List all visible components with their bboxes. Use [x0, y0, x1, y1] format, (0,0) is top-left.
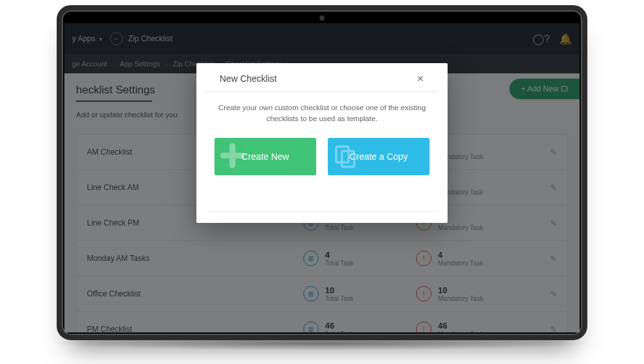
app-screen: y Apps ▾ ← Zip Checklist ◯? 🔔 ge Account… — [64, 23, 580, 332]
create-new-button[interactable]: Create New — [214, 138, 316, 175]
new-checklist-modal: New Checklist ✕ Create your own custom c… — [196, 63, 448, 223]
camera-dot — [319, 15, 325, 21]
modal-body: Create your own custom checklist or choo… — [196, 92, 448, 193]
create-copy-button[interactable]: Create a Copy — [328, 138, 430, 175]
modal-overlay[interactable]: New Checklist ✕ Create your own custom c… — [64, 23, 580, 332]
modal-title: New Checklist — [220, 73, 277, 84]
plus-icon — [218, 141, 247, 171]
modal-description: Create your own custom checklist or choo… — [213, 102, 431, 125]
close-icon[interactable]: ✕ — [417, 73, 424, 84]
copy-icon — [332, 142, 359, 171]
laptop-frame: y Apps ▾ ← Zip Checklist ◯? 🔔 ge Account… — [57, 5, 587, 340]
modal-footer-divider — [207, 211, 437, 223]
modal-header: New Checklist ✕ — [207, 63, 437, 92]
modal-options: Create New Create a Copy — [213, 138, 431, 175]
create-new-label: Create New — [242, 151, 289, 162]
